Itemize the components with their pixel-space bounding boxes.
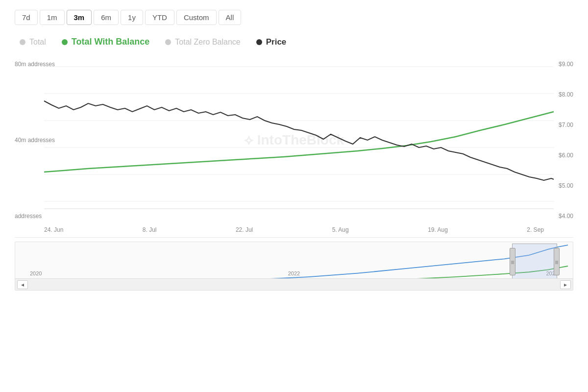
- mini-nav-bottom: ◂ ▸: [15, 278, 573, 290]
- btn-6m[interactable]: 6m: [94, 10, 119, 25]
- x-label-aug5: 5. Aug: [332, 226, 349, 233]
- mini-handle-right[interactable]: |||: [554, 248, 560, 275]
- legend-total-with-balance[interactable]: Total With Balance: [62, 37, 150, 47]
- btn-all[interactable]: All: [219, 10, 242, 25]
- legend-price[interactable]: Price: [256, 37, 287, 47]
- legend-label-zero-balance: Total Zero Balance: [175, 38, 240, 47]
- mini-year-2022: 2022: [288, 270, 300, 276]
- legend-dot-total-balance: [62, 39, 68, 45]
- mini-year-labels: 2020 2022 2024: [15, 270, 573, 276]
- nav-arrow-right[interactable]: ▸: [560, 280, 571, 289]
- mini-handle-left[interactable]: |||: [510, 248, 515, 275]
- btn-3m[interactable]: 3m: [67, 10, 92, 25]
- x-label-jun24: 24. Jun: [44, 226, 63, 233]
- x-label-aug19: 19. Aug: [428, 226, 448, 233]
- main-chart-wrapper: ⟡ IntoTheBlock 80m addresses 40m address…: [15, 57, 573, 223]
- mini-chart-wrapper[interactable]: 2020 2022 2024 ||| ||| ◂ ▸: [15, 242, 573, 291]
- x-label-jul22: 22. Jul: [236, 226, 253, 233]
- divider: [15, 237, 573, 238]
- time-range-bar: 7d 1m 3m 6m 1y YTD Custom All: [15, 10, 573, 25]
- legend-dot-zero-balance: [165, 39, 171, 45]
- legend-total[interactable]: Total: [20, 38, 46, 47]
- btn-7d[interactable]: 7d: [15, 10, 38, 25]
- legend-label-total-balance: Total With Balance: [72, 37, 150, 47]
- btn-1y[interactable]: 1y: [121, 10, 143, 25]
- legend-dot-total: [20, 39, 25, 45]
- legend-label-price: Price: [266, 37, 287, 47]
- legend-zero-balance[interactable]: Total Zero Balance: [165, 38, 240, 47]
- x-label-jul8: 8. Jul: [143, 226, 157, 233]
- main-container: 7d 1m 3m 6m 1y YTD Custom All Total Tota…: [0, 0, 588, 392]
- main-chart-svg: [15, 57, 573, 223]
- x-axis: 24. Jun 8. Jul 22. Jul 5. Aug 19. Aug 2.…: [15, 223, 573, 233]
- legend-label-total: Total: [29, 38, 46, 47]
- mini-selection-overlay[interactable]: ||| |||: [512, 244, 557, 279]
- btn-ytd[interactable]: YTD: [145, 10, 174, 25]
- chart-legend: Total Total With Balance Total Zero Bala…: [15, 37, 573, 47]
- x-label-sep2: 2. Sep: [527, 226, 544, 233]
- mini-year-2020: 2020: [30, 270, 42, 276]
- btn-1m[interactable]: 1m: [40, 10, 65, 25]
- legend-dot-price: [256, 39, 262, 45]
- nav-arrow-left[interactable]: ◂: [17, 280, 28, 289]
- btn-custom[interactable]: Custom: [176, 10, 217, 25]
